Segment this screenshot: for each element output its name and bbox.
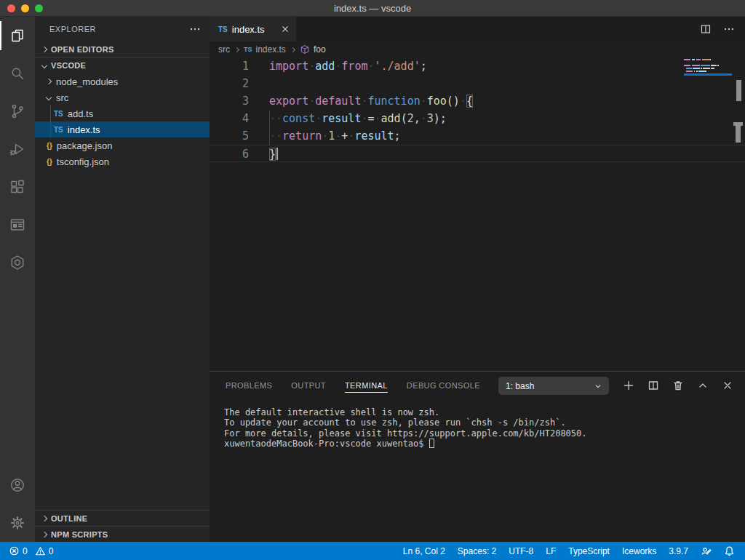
status-label: Ln 6, Col 2 bbox=[403, 546, 445, 556]
section-outline[interactable]: OUTLINE bbox=[35, 510, 210, 526]
close-panel-icon[interactable] bbox=[722, 380, 733, 391]
explorer-icon bbox=[9, 27, 26, 44]
activity-item-app-preview[interactable] bbox=[0, 206, 35, 244]
activity-item-iceworks[interactable] bbox=[0, 244, 35, 281]
terminal-picker[interactable]: 1: bash bbox=[498, 377, 609, 395]
code-token: const bbox=[282, 112, 315, 125]
status-item-ln-6-col-2[interactable]: Ln 6, Col 2 bbox=[403, 546, 445, 556]
minimap[interactable] bbox=[684, 59, 732, 76]
code-token: · bbox=[335, 60, 341, 73]
section-label: OUTLINE bbox=[51, 514, 87, 523]
breadcrumb-label: src bbox=[218, 44, 230, 55]
typescript-file-icon: TS bbox=[218, 25, 228, 33]
bell-icon bbox=[724, 545, 735, 556]
code-line-1[interactable]: 1import·add·from·'./add'; bbox=[210, 57, 745, 75]
activity-item-extensions[interactable] bbox=[0, 168, 35, 206]
close-tab-icon[interactable] bbox=[280, 24, 290, 34]
open-editors-section[interactable]: OPEN EDITORS bbox=[35, 41, 210, 57]
activity-item-accounts[interactable] bbox=[0, 466, 35, 504]
split-terminal-icon[interactable] bbox=[648, 380, 659, 391]
more-actions-icon[interactable] bbox=[189, 23, 201, 35]
code-token: · bbox=[375, 112, 381, 125]
tree-item-add.ts[interactable]: TSadd.ts bbox=[35, 105, 210, 121]
line-number: 5 bbox=[210, 127, 249, 145]
tree-item-label: node_modules bbox=[56, 76, 118, 87]
indent-guide bbox=[50, 105, 51, 121]
chevron-down-icon bbox=[41, 63, 47, 68]
code-line-2[interactable]: 2 bbox=[210, 75, 745, 92]
status-label: LF bbox=[546, 546, 556, 556]
code-token: result bbox=[322, 112, 361, 125]
activity-item-explorer[interactable] bbox=[0, 17, 35, 55]
open-editors-label: OPEN EDITORS bbox=[51, 45, 114, 54]
tab-index-ts[interactable]: TS index.ts bbox=[210, 17, 296, 41]
code-line-6[interactable]: 6} bbox=[210, 145, 745, 162]
code-editor[interactable]: 1import·add·from·'./add';23export·defaul… bbox=[210, 57, 745, 371]
breadcrumb-item-src[interactable]: src bbox=[218, 44, 230, 55]
status-item-3-9-7[interactable]: 3.9.7 bbox=[669, 546, 688, 556]
app-preview-icon bbox=[9, 216, 26, 233]
section-npm-scripts[interactable]: NPM SCRIPTS bbox=[35, 526, 210, 542]
tree-item-label: tsconfig.json bbox=[57, 156, 109, 167]
code-token: export bbox=[269, 95, 308, 108]
split-editor-icon[interactable] bbox=[700, 23, 712, 35]
panel-tab-output[interactable]: OUTPUT bbox=[291, 378, 326, 393]
line-number: 3 bbox=[210, 92, 249, 110]
tab-label: index.ts bbox=[232, 24, 276, 35]
status-item-lf[interactable]: LF bbox=[546, 546, 556, 556]
code-token: './add' bbox=[375, 60, 421, 73]
code-line-3[interactable]: 3export·default·function·foo()·{ bbox=[210, 92, 745, 110]
activity-item-source-control[interactable] bbox=[0, 92, 35, 130]
terminal-output[interactable]: The default interactive shell is now zsh… bbox=[210, 399, 745, 449]
status-item-iceworks[interactable]: Iceworks bbox=[622, 546, 656, 556]
tree-item-label: add.ts bbox=[68, 108, 93, 119]
panel-tabs: PROBLEMSOUTPUTTERMINALDEBUG CONSOLE bbox=[210, 378, 480, 393]
code-line-4[interactable]: 4··const·result·=·add(2,·3); bbox=[210, 110, 745, 127]
status-item-utf-8[interactable]: UTF-8 bbox=[509, 546, 533, 556]
indent-guide bbox=[269, 127, 270, 145]
workspace-root-section[interactable]: VSCODE bbox=[35, 57, 210, 73]
activity-item-settings[interactable] bbox=[0, 504, 35, 542]
chevron-right-icon bbox=[41, 531, 47, 537]
code-token: ; bbox=[421, 60, 427, 73]
code-token: ; bbox=[394, 129, 401, 143]
kill-terminal-icon[interactable] bbox=[672, 380, 684, 391]
chevron-right-icon bbox=[290, 47, 295, 52]
activity-item-run-debug[interactable] bbox=[0, 130, 35, 168]
panel-tab-problems[interactable]: PROBLEMS bbox=[226, 378, 272, 393]
status-item-warning[interactable]: 0 bbox=[35, 545, 54, 556]
maximize-panel-icon[interactable] bbox=[697, 380, 709, 391]
tree-item-src[interactable]: src bbox=[35, 89, 210, 105]
line-content: ··const·result·=·add(2,·3); bbox=[269, 110, 447, 127]
code-token: ( bbox=[401, 112, 407, 125]
code-token: ); bbox=[434, 112, 447, 125]
status-item-typescript[interactable]: TypeScript bbox=[568, 546, 610, 556]
tree-item-node_modules[interactable]: node_modules bbox=[35, 73, 210, 89]
activity-item-search[interactable] bbox=[0, 55, 35, 92]
tree-item-label: index.ts bbox=[68, 124, 100, 135]
terminal-line: To update your account to use zsh, pleas… bbox=[224, 417, 745, 428]
code-token: } bbox=[269, 148, 276, 161]
workspace-root-label: VSCODE bbox=[51, 61, 86, 70]
code-token: function bbox=[367, 95, 420, 108]
panel-tab-debug-console[interactable]: DEBUG CONSOLE bbox=[407, 378, 480, 393]
iceworks-icon bbox=[9, 254, 26, 271]
status-item-spaces-2[interactable]: Spaces: 2 bbox=[458, 546, 496, 556]
titlebar: index.ts — vscode bbox=[0, 0, 745, 17]
code-token: return bbox=[282, 129, 322, 143]
status-item-error[interactable]: 0 bbox=[9, 545, 28, 556]
sidebar-title: EXPLORER bbox=[49, 25, 189, 33]
tree-item-package.json[interactable]: {}package.json bbox=[35, 137, 210, 153]
new-terminal-icon[interactable] bbox=[623, 380, 634, 391]
indent-guide bbox=[50, 121, 51, 137]
tree-item-index.ts[interactable]: TSindex.ts bbox=[35, 121, 210, 137]
status-item-feedback[interactable] bbox=[701, 545, 712, 556]
breadcrumb-item-foo[interactable]: foo bbox=[300, 44, 326, 55]
code-line-5[interactable]: 5··return·1·+·result; bbox=[210, 127, 745, 145]
panel-tab-terminal[interactable]: TERMINAL bbox=[345, 378, 388, 393]
line-number: 6 bbox=[210, 145, 249, 161]
breadcrumb-item-index.ts[interactable]: TSindex.ts bbox=[244, 44, 286, 55]
tree-item-tsconfig.json[interactable]: {}tsconfig.json bbox=[35, 153, 210, 169]
more-actions-icon[interactable] bbox=[723, 23, 735, 35]
status-item-bell[interactable] bbox=[724, 545, 735, 556]
